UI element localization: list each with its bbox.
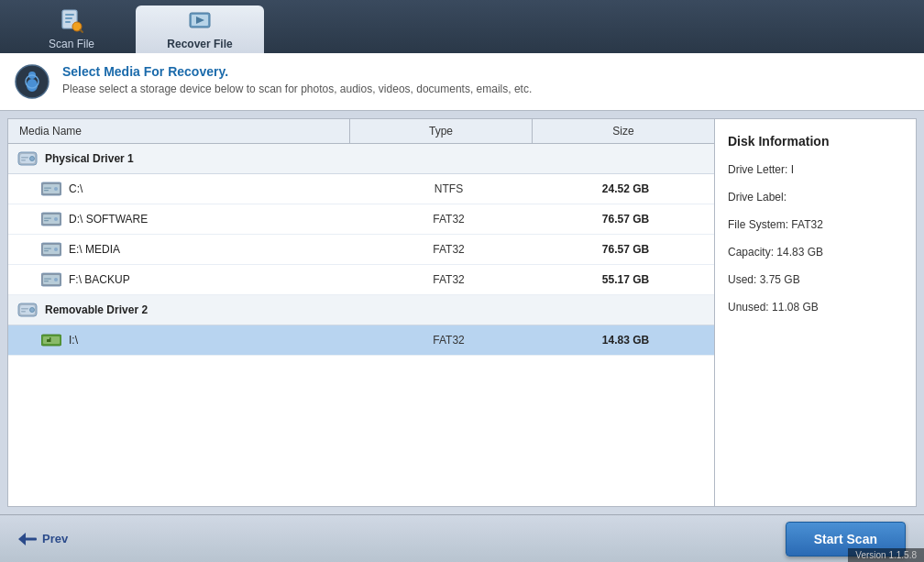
drive-name-c: C:\ [8, 174, 360, 204]
table-area: Media Name Type Size Physi [7, 118, 715, 507]
tab-scan-file-label: Scan File [49, 38, 94, 50]
svg-rect-16 [21, 157, 28, 159]
svg-point-30 [54, 248, 58, 251]
drive-row-i[interactable]: I:\ FAT32 14.83 GB [8, 325, 714, 356]
svg-point-40 [30, 308, 35, 313]
drive-row-f[interactable]: F:\ BACKUP FAT32 55.17 GB [8, 265, 714, 295]
info-banner-icon [15, 64, 50, 99]
group-removable-driver-2: Removable Driver 2 [8, 295, 714, 325]
drive-row-d[interactable]: D:\ SOFTWARE FAT32 76.57 GB [8, 204, 714, 235]
svg-rect-1 [65, 14, 74, 16]
drive-size-f: 55.17 GB [537, 267, 714, 292]
disk-file-system: File System: FAT32 [728, 216, 903, 233]
hdd-icon-d [41, 211, 61, 227]
svg-rect-41 [21, 308, 28, 310]
drive-type-c: NTFS [360, 176, 537, 202]
svg-point-25 [54, 217, 58, 221]
group-label-removable-2: Removable Driver 2 [45, 303, 148, 316]
drive-type-e: FAT32 [360, 237, 537, 262]
group-physical-driver-1: Physical Driver 1 [8, 144, 714, 174]
col-header-name: Media Name [8, 119, 350, 143]
tab-recover-file-label: Recover File [167, 38, 232, 50]
svg-rect-42 [21, 311, 26, 313]
drive-name-e: E:\ MEDIA [8, 235, 360, 264]
svg-rect-22 [44, 190, 49, 191]
info-text: Select Media For Recovery. Please select… [62, 64, 532, 95]
disk-unused: Unused: 11.08 GB [728, 299, 903, 315]
content-area: Media Name Type Size Physi [0, 111, 924, 514]
table-body: Physical Driver 1 C:\ [8, 144, 714, 506]
info-title: Select Media For Recovery. [62, 64, 532, 79]
svg-rect-27 [44, 220, 49, 221]
hdd-group-icon-removable [17, 300, 38, 320]
svg-point-15 [30, 157, 35, 161]
hdd-icon-c [41, 181, 61, 197]
svg-rect-44 [43, 336, 60, 344]
hdd-icon-e [41, 241, 61, 258]
group-label-physical-1: Physical Driver 1 [45, 152, 134, 165]
drive-type-d: FAT32 [360, 206, 537, 232]
disk-info-title: Disk Information [728, 134, 903, 149]
svg-rect-48 [25, 537, 37, 540]
tab-bar: Scan File Recover File [0, 0, 924, 53]
tab-recover-file[interactable]: Recover File [136, 6, 264, 53]
info-description: Please select a storage device below to … [62, 83, 532, 95]
table-header: Media Name Type Size [8, 119, 714, 144]
disk-drive-label: Drive Label: [728, 189, 903, 205]
drive-type-i: FAT32 [360, 327, 537, 353]
svg-marker-47 [18, 533, 26, 545]
svg-rect-46 [50, 337, 51, 342]
usb-icon-i [41, 332, 61, 348]
disk-drive-letter: Drive Letter: I [728, 161, 903, 178]
prev-arrow-icon [18, 532, 37, 546]
drive-type-f: FAT32 [360, 267, 537, 292]
svg-rect-37 [44, 281, 49, 281]
prev-button[interactable]: Prev [18, 532, 68, 546]
svg-point-35 [54, 278, 58, 281]
svg-rect-31 [44, 248, 51, 249]
tab-scan-file[interactable]: Scan File [7, 6, 136, 53]
svg-point-11 [27, 79, 38, 92]
main-content: Select Media For Recovery. Please select… [0, 53, 924, 562]
scan-file-icon [59, 8, 84, 34]
disk-capacity: Capacity: 14.83 GB [728, 244, 903, 260]
col-header-size: Size [533, 119, 714, 143]
svg-rect-21 [44, 188, 51, 189]
drive-size-e: 76.57 GB [537, 237, 714, 262]
drive-name-f: F:\ BACKUP [8, 265, 360, 294]
recover-file-icon [187, 8, 213, 34]
drive-size-c: 24.52 GB [537, 176, 714, 202]
prev-label: Prev [42, 532, 68, 545]
svg-rect-26 [44, 218, 51, 219]
disk-info-sidebar: Disk Information Drive Letter: I Drive L… [715, 118, 917, 507]
svg-rect-17 [21, 160, 26, 161]
drive-row-c[interactable]: C:\ NTFS 24.52 GB [8, 174, 714, 204]
disk-used: Used: 3.75 GB [728, 271, 903, 288]
drive-name-i: I:\ [8, 325, 360, 355]
svg-rect-3 [65, 21, 71, 23]
svg-rect-36 [44, 279, 51, 280]
col-header-type: Type [350, 119, 533, 143]
drive-row-e[interactable]: E:\ MEDIA FAT32 76.57 GB [8, 235, 714, 265]
drive-name-d: D:\ SOFTWARE [8, 204, 360, 234]
svg-point-20 [54, 187, 58, 191]
svg-rect-2 [65, 17, 72, 19]
info-banner: Select Media For Recovery. Please select… [0, 53, 924, 111]
version-label: Version 1.1.5.8 [848, 548, 924, 562]
hdd-group-icon [17, 149, 38, 169]
drive-size-d: 76.57 GB [537, 206, 714, 232]
drive-size-i: 14.83 GB [537, 327, 714, 353]
hdd-icon-f [41, 271, 61, 288]
svg-line-5 [81, 30, 83, 33]
bottom-bar: Prev Start Scan [0, 514, 924, 562]
svg-rect-32 [44, 250, 49, 251]
